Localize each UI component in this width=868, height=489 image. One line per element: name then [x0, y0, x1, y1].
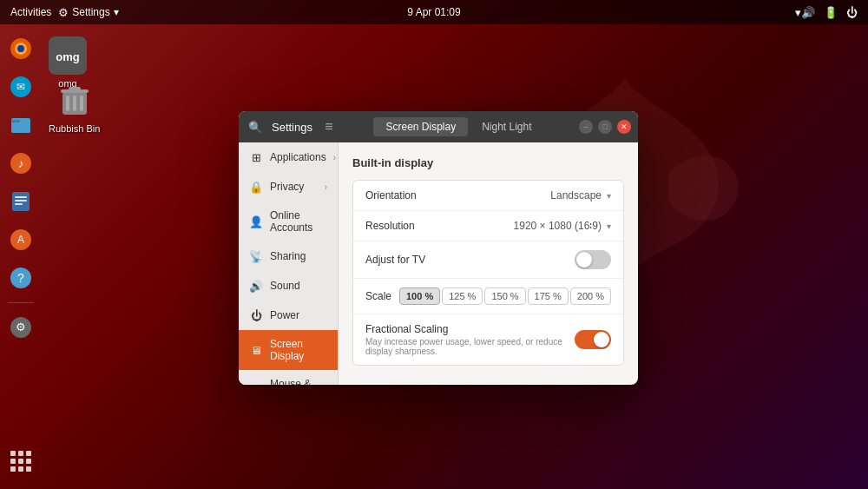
sidebar-item-applications[interactable]: ⊞ Applications › — [239, 142, 338, 172]
dock-item-text-editor[interactable] — [3, 184, 38, 219]
fractional-scaling-row: Fractional Scaling May increase power us… — [353, 314, 623, 365]
adjust-tv-toggle[interactable] — [575, 250, 611, 269]
app-grid-dots — [10, 451, 31, 472]
resolution-text: 1920 × 1080 (16∶9) — [514, 220, 602, 232]
sidebar-item-mouse-touchpad[interactable]: 🖱 Mouse & Touchpad — [239, 370, 338, 385]
gear-icon: ⚙ — [58, 6, 69, 19]
scale-100-button[interactable]: 100 % — [399, 287, 440, 305]
applications-icon: ⊞ — [249, 150, 263, 164]
network-icon: ▾🔊 — [795, 6, 815, 19]
privacy-icon: 🔒 — [249, 180, 263, 194]
dock-item-thunderbird[interactable]: ✉ — [3, 69, 38, 104]
scale-label: Scale — [365, 290, 391, 302]
svg-text:A: A — [17, 234, 24, 246]
resolution-row: Resolution 1920 × 1080 (16∶9) ▾ — [353, 211, 623, 241]
svg-rect-24 — [80, 96, 83, 111]
mouse-icon: 🖱 — [249, 383, 263, 385]
privacy-label: Privacy — [270, 181, 304, 193]
sidebar-item-sound[interactable]: 🔊 Sound — [239, 271, 338, 301]
resolution-value[interactable]: 1920 × 1080 (16∶9) ▾ — [514, 220, 611, 232]
svg-rect-22 — [66, 96, 69, 111]
scale-200-button[interactable]: 200 % — [570, 287, 611, 305]
window-title: Settings — [272, 121, 312, 134]
sharing-icon: 📡 — [249, 249, 263, 263]
fractional-scaling-label: Fractional Scaling — [365, 323, 575, 335]
titlebar-search-icon[interactable]: 🔍 — [246, 117, 265, 136]
topbar: Activities ⚙ Settings ▾ 9 Apr 01:09 ▾🔊 🔋… — [0, 0, 868, 24]
minimize-button[interactable]: – — [579, 120, 593, 134]
topbar-right: ▾🔊 🔋 ⏻ — [795, 6, 858, 19]
sidebar-item-sharing[interactable]: 📡 Sharing — [239, 241, 338, 271]
window-titlebar: 🔍 Settings ≡ Screen Display Night Light … — [239, 111, 638, 142]
topbar-clock: 9 Apr 01:09 — [407, 6, 460, 18]
settings-window: 🔍 Settings ≡ Screen Display Night Light … — [239, 111, 638, 385]
close-button[interactable]: ✕ — [617, 120, 631, 134]
app-grid-button[interactable] — [3, 444, 38, 479]
dock-item-software[interactable]: A — [3, 222, 38, 257]
scale-150-button[interactable]: 150 % — [484, 287, 525, 305]
dock-item-settings[interactable]: ⚙ — [3, 310, 38, 345]
dock-separator — [8, 302, 34, 303]
window-content: ⊞ Applications › 🔒 Privacy › 👤 Online Ac… — [239, 142, 638, 385]
omg-icon: omg — [49, 36, 87, 75]
activities-button[interactable]: Activities — [10, 6, 51, 18]
fractional-scaling-sublabel: May increase power usage, lower speed, o… — [365, 337, 575, 356]
svg-rect-11 — [15, 200, 27, 202]
orientation-value[interactable]: Landscape ▾ — [550, 189, 611, 202]
orientation-text: Landscape — [550, 189, 602, 202]
fractional-scaling-label-block: Fractional Scaling May increase power us… — [365, 323, 575, 356]
settings-menu-button[interactable]: ⚙ Settings ▾ — [58, 6, 118, 19]
svg-text:✉: ✉ — [16, 81, 25, 93]
svg-rect-12 — [15, 203, 23, 205]
resolution-dropdown-icon: ▾ — [607, 221, 611, 231]
sound-icon: 🔊 — [249, 279, 263, 293]
adjust-tv-toggle-knob — [576, 252, 592, 268]
rubbish-bin-label: Rubbish Bin — [49, 123, 100, 134]
svg-text:?: ? — [17, 271, 24, 285]
maximize-button[interactable]: □ — [598, 120, 612, 134]
scale-125-button[interactable]: 125 % — [442, 287, 483, 305]
adjust-tv-label: Adjust for TV — [365, 254, 425, 266]
sharing-label: Sharing — [270, 250, 306, 262]
applications-arrow: › — [333, 153, 336, 162]
sound-label: Sound — [270, 280, 300, 292]
dock-item-rhythmbox[interactable]: ♪ — [3, 146, 38, 181]
topbar-left: Activities ⚙ Settings ▾ — [10, 6, 119, 19]
dock-item-help[interactable]: ? — [3, 261, 38, 295]
main-panel: Built-in display Orientation Landscape ▾… — [339, 142, 638, 385]
screen-display-label: Screen Display — [270, 338, 327, 362]
dock: ✉ ♪ A ? — [0, 24, 42, 489]
scale-175-button[interactable]: 175 % — [528, 287, 569, 305]
svg-text:♪: ♪ — [18, 156, 24, 170]
sidebar-item-power[interactable]: ⏻ Power — [239, 301, 338, 330]
section-title: Built-in display — [352, 156, 624, 169]
titlebar-controls: – □ ✕ — [579, 120, 631, 134]
volume-icon: 🔋 — [824, 6, 838, 19]
tab-night-light[interactable]: Night Light — [470, 117, 543, 136]
dock-item-firefox[interactable] — [3, 31, 38, 66]
svg-rect-26 — [69, 87, 81, 90]
sidebar-item-online-accounts[interactable]: 👤 Online Accounts — [239, 202, 338, 241]
titlebar-left: 🔍 Settings ≡ — [246, 117, 339, 136]
sidebar-item-screen-display[interactable]: 🖥 Screen Display — [239, 330, 338, 370]
titlebar-tabs: Screen Display Night Light — [373, 117, 543, 136]
svg-rect-10 — [15, 196, 27, 198]
titlebar-menu-button[interactable]: ≡ — [319, 117, 339, 136]
scale-row: Scale 100 % 125 % 150 % 175 % 200 % — [353, 279, 623, 314]
svg-rect-23 — [73, 96, 76, 111]
svg-text:⚙: ⚙ — [16, 320, 26, 334]
rubbish-bin-icon — [56, 82, 94, 120]
fractional-scaling-toggle[interactable] — [575, 330, 611, 349]
privacy-arrow: › — [325, 182, 327, 192]
svg-point-2 — [17, 45, 24, 52]
battery-icon: ⏻ — [846, 6, 858, 19]
svg-text:omg: omg — [56, 50, 80, 63]
tab-screen-display[interactable]: Screen Display — [373, 117, 468, 136]
power-icon: ⏻ — [249, 308, 263, 322]
dock-bottom — [3, 444, 38, 479]
mouse-touchpad-label: Mouse & Touchpad — [270, 378, 327, 385]
sidebar-item-privacy[interactable]: 🔒 Privacy › — [239, 172, 338, 202]
adjust-tv-row: Adjust for TV — [353, 241, 623, 279]
desktop-icon-rubbish-bin[interactable]: Rubbish Bin — [45, 78, 103, 137]
dock-item-files[interactable] — [3, 108, 38, 142]
